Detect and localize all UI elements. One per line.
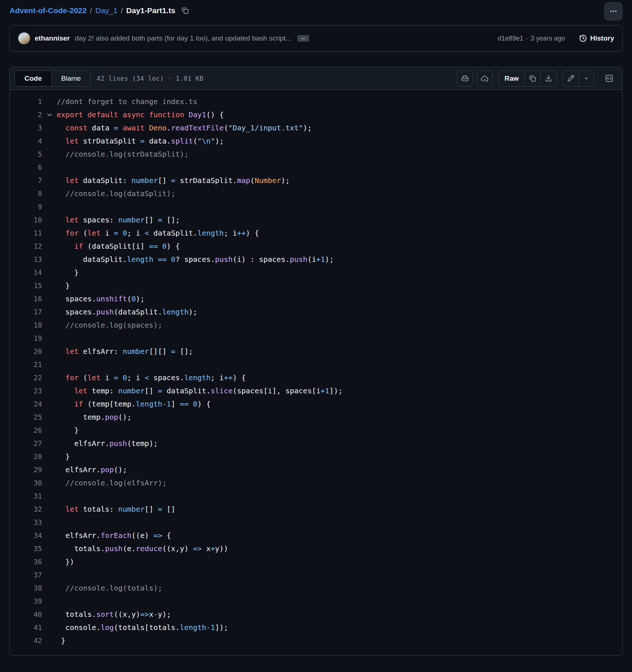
line-number[interactable]: 25 [10, 411, 42, 424]
line-number[interactable]: 13 [10, 253, 42, 266]
line-number[interactable]: 41 [10, 621, 42, 634]
code-line: 25 temp.pop(); [10, 411, 622, 424]
line-number[interactable]: 34 [10, 529, 42, 542]
code-line: 28 } [10, 450, 622, 463]
line-number[interactable]: 35 [10, 542, 42, 555]
breadcrumb-repo-link[interactable]: Advent-of-Code-2022 [9, 6, 87, 15]
code-line: 31 [10, 489, 622, 503]
download-raw-button[interactable] [540, 71, 556, 86]
line-number[interactable]: 39 [10, 595, 42, 608]
fold-spacer [42, 529, 57, 542]
fold-spacer [42, 253, 57, 266]
line-number[interactable]: 26 [10, 424, 42, 437]
line-number[interactable]: 8 [10, 187, 42, 200]
line-number[interactable]: 23 [10, 384, 42, 397]
fold-spacer [42, 489, 57, 503]
fold-spacer [42, 463, 57, 476]
copy-raw-button[interactable] [524, 71, 540, 86]
history-button[interactable]: History [579, 34, 614, 42]
tab-blame[interactable]: Blame [52, 71, 91, 86]
chevron-down-icon[interactable] [42, 108, 57, 121]
expand-commit-message-button[interactable] [297, 35, 309, 42]
code-line: 11 for (let i = 0; i < dataSplit.length;… [10, 226, 622, 240]
fold-spacer [42, 476, 57, 489]
line-number[interactable]: 4 [10, 134, 42, 148]
line-number[interactable]: 24 [10, 397, 42, 411]
code-line-text: dataSplit.length == 0? spaces.push(i) : … [57, 253, 334, 266]
commit-sha-link[interactable]: d1e89e1 [498, 35, 523, 42]
line-number[interactable]: 9 [10, 200, 42, 213]
line-number[interactable]: 33 [10, 516, 42, 529]
line-number[interactable]: 5 [10, 148, 42, 161]
code-line: 9 [10, 200, 622, 213]
line-number[interactable]: 28 [10, 450, 42, 463]
commit-author-link[interactable]: ethanniser [35, 34, 70, 42]
line-number[interactable]: 27 [10, 437, 42, 450]
copy-path-button[interactable] [180, 5, 190, 16]
symbols-panel-button[interactable] [601, 70, 617, 87]
fold-spacer [42, 450, 57, 463]
code-blame-switch: Code Blame [15, 70, 91, 87]
code-line: 37 [10, 568, 622, 581]
line-number[interactable]: 2 [10, 108, 42, 121]
breadcrumb-folder-link[interactable]: Day_1 [95, 6, 118, 15]
line-number[interactable]: 42 [10, 634, 42, 647]
line-number[interactable]: 6 [10, 161, 42, 174]
line-number[interactable]: 38 [10, 581, 42, 595]
code-line: 42 } [10, 634, 622, 647]
download-icon [545, 75, 552, 82]
tab-code[interactable]: Code [15, 71, 52, 86]
line-number[interactable]: 37 [10, 568, 42, 581]
code-line-text: } [57, 279, 70, 292]
line-number[interactable]: 10 [10, 213, 42, 226]
line-number[interactable]: 21 [10, 358, 42, 371]
line-number[interactable]: 19 [10, 332, 42, 345]
code-line-text: if (temp[temp.length-1] == 0) { [57, 397, 211, 411]
more-file-actions-button[interactable] [604, 2, 623, 20]
line-number[interactable]: 11 [10, 226, 42, 240]
line-number[interactable]: 31 [10, 489, 42, 503]
code-line-text: }) [57, 555, 74, 568]
line-number[interactable]: 12 [10, 240, 42, 253]
commit-message[interactable]: day 2! also added both parts (for day 1 … [75, 34, 292, 42]
edit-file-button[interactable] [563, 71, 579, 86]
line-number[interactable]: 3 [10, 121, 42, 134]
breadcrumb: Advent-of-Code-2022 / Day_1 / Day1-Part1… [9, 5, 190, 16]
raw-button[interactable]: Raw [499, 71, 524, 86]
fold-spacer [42, 411, 57, 424]
clock-history-icon [579, 34, 587, 42]
line-number[interactable]: 30 [10, 476, 42, 489]
pencil-icon [567, 75, 575, 82]
line-number[interactable]: 1 [10, 95, 42, 108]
code-line: 39 [10, 595, 622, 608]
line-number[interactable]: 7 [10, 174, 42, 187]
edit-dropdown-button[interactable] [579, 71, 594, 86]
code-line-text: for (let i = 0; i < spaces.length; i++) … [57, 371, 246, 384]
line-number[interactable]: 16 [10, 292, 42, 305]
line-number[interactable]: 18 [10, 318, 42, 332]
line-number[interactable]: 32 [10, 503, 42, 516]
line-number[interactable]: 40 [10, 608, 42, 621]
line-number[interactable]: 14 [10, 266, 42, 279]
code-line: 4 let strDataSplit = data.split("\n"); [10, 134, 622, 148]
fold-spacer [42, 345, 57, 358]
avatar[interactable] [18, 32, 30, 45]
line-number[interactable]: 15 [10, 279, 42, 292]
code-line-text: } [57, 266, 79, 279]
open-in-cloud-button[interactable] [477, 70, 493, 87]
line-number[interactable]: 36 [10, 555, 42, 568]
line-number[interactable]: 22 [10, 371, 42, 384]
fold-spacer [42, 174, 57, 187]
code-line: 20 let elfsArr: number[][] = []; [10, 345, 622, 358]
line-number[interactable]: 17 [10, 305, 42, 318]
code-line-text: } [57, 634, 65, 647]
kebab-horizontal-icon [609, 7, 617, 15]
code-line-text: //console.log(totals); [57, 581, 162, 595]
copy-icon [529, 75, 536, 82]
code-line: 19 [10, 332, 622, 345]
symbols-icon [605, 74, 613, 83]
line-number[interactable]: 20 [10, 345, 42, 358]
breadcrumb-separator: / [118, 6, 126, 15]
copilot-button[interactable] [457, 70, 473, 87]
line-number[interactable]: 29 [10, 463, 42, 476]
